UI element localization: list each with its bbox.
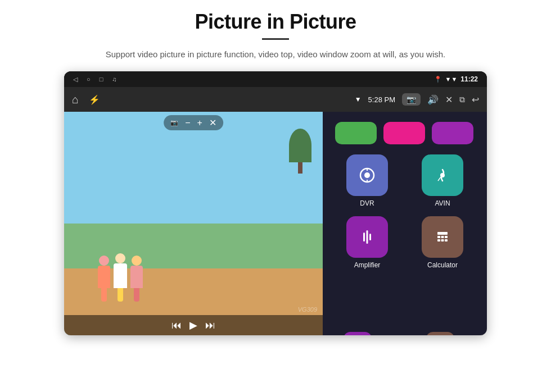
app-item-dvr[interactable]: DVR — [342, 154, 392, 207]
app-row-middle: DVR AVIN — [329, 154, 480, 207]
status-bar-left: ◁ ○ □ ♫ — [73, 76, 117, 83]
svg-rect-12 — [437, 239, 440, 241]
sound-icon[interactable]: 🔊 — [427, 94, 439, 105]
pip-controls: 📷 − + ✕ — [164, 115, 223, 130]
pip-camera-icon: 📷 — [170, 119, 178, 126]
toolbar-time: 5:28 PM — [368, 95, 395, 104]
video-scene — [64, 112, 323, 335]
pip-icon[interactable]: ⧉ — [459, 95, 465, 104]
app-icon-netflix-partial[interactable] — [335, 122, 377, 144]
svg-rect-8 — [437, 232, 448, 235]
main-content: 📷 − + ✕ ⏮ ▶ ⏭ VG309 — [64, 112, 487, 335]
music-icon[interactable]: ♫ — [112, 76, 116, 83]
toolbar-right: ▼ 5:28 PM 📷 🔊 ✕ ⧉ ↩ — [355, 93, 479, 106]
page-subtitle: Support video picture in picture functio… — [106, 48, 445, 61]
amplifier-label: Amplifier — [354, 261, 381, 269]
recents-icon[interactable]: □ — [100, 76, 103, 83]
svg-rect-9 — [437, 236, 440, 238]
title-divider — [262, 38, 289, 40]
page-title: Picture in Picture — [195, 10, 356, 34]
app-grid-area: DVR AVIN — [323, 112, 487, 335]
svg-rect-13 — [441, 239, 444, 241]
dvr-app-icon[interactable] — [346, 154, 388, 196]
location-icon: 📍 — [434, 76, 442, 83]
svg-point-1 — [364, 172, 370, 178]
wifi-status-icon: ▼▼ — [445, 76, 458, 83]
svg-rect-14 — [445, 239, 448, 241]
device-frame: ◁ ○ □ ♫ 📍 ▼▼ 11:22 ⌂ ⚡ ▼ 5:28 PM 📷 🔊 — [64, 71, 487, 335]
play-button[interactable]: ▶ — [189, 319, 197, 331]
amplifier-footer-icon[interactable] — [344, 332, 372, 335]
back-arrow-icon[interactable]: ↩ — [472, 94, 479, 105]
app-item-avin[interactable]: AVIN — [417, 154, 468, 207]
app-row-bottom: Amplifier — [329, 216, 480, 269]
status-time: 11:22 — [460, 75, 478, 83]
svg-rect-7 — [369, 234, 371, 240]
prev-button[interactable]: ⏮ — [171, 320, 182, 331]
calculator-label: Calculator — [427, 261, 458, 269]
app-icon-wheelkey-partial[interactable] — [432, 122, 473, 144]
close-icon[interactable]: ✕ — [445, 94, 453, 105]
back-icon[interactable]: ◁ — [73, 76, 78, 83]
video-area[interactable]: 📷 − + ✕ ⏮ ▶ ⏭ VG309 — [64, 112, 323, 335]
usb-icon[interactable]: ⚡ — [89, 94, 100, 105]
wifi-icon: ▼ — [355, 95, 362, 103]
watermark: VG309 — [298, 306, 317, 313]
dvr-label: DVR — [360, 199, 374, 207]
avin-app-icon[interactable] — [422, 154, 463, 196]
app-icon-sirius-partial[interactable] — [383, 122, 425, 144]
svg-rect-5 — [363, 233, 365, 241]
footer-amplifier[interactable]: Amplifier — [327, 332, 389, 335]
calculator-footer-icon[interactable]: 🧮 — [426, 332, 454, 335]
next-button[interactable]: ⏭ — [205, 320, 215, 331]
camera-button[interactable]: 📷 — [402, 93, 421, 106]
footer-calculator[interactable]: 🧮 Calculator — [409, 332, 471, 335]
home-icon[interactable]: ○ — [87, 76, 91, 83]
svg-rect-6 — [367, 230, 368, 244]
toolbar: ⌂ ⚡ ▼ 5:28 PM 📷 🔊 ✕ ⧉ ↩ — [64, 87, 487, 112]
top-apps-row — [329, 117, 480, 149]
app-item-amplifier[interactable]: Amplifier — [342, 216, 392, 269]
pip-close-button[interactable]: ✕ — [209, 117, 216, 128]
pip-minus-button[interactable]: − — [185, 118, 190, 128]
pip-plus-button[interactable]: + — [197, 118, 202, 128]
svg-rect-11 — [445, 236, 448, 238]
amplifier-app-icon[interactable] — [346, 216, 388, 258]
video-playback: ⏮ ▶ ⏭ — [64, 315, 323, 335]
app-item-calculator[interactable]: Calculator — [417, 216, 468, 269]
video-overlay: 📷 − + ✕ ⏮ ▶ ⏭ VG309 — [64, 112, 323, 335]
status-bar-right: 📍 ▼▼ 11:22 — [434, 75, 478, 83]
toolbar-left: ⌂ ⚡ — [72, 93, 100, 106]
calculator-app-icon[interactable] — [422, 216, 463, 258]
svg-rect-10 — [441, 236, 444, 238]
status-bar: ◁ ○ □ ♫ 📍 ▼▼ 11:22 — [64, 71, 487, 87]
home-button[interactable]: ⌂ — [72, 93, 79, 106]
avin-label: AVIN — [435, 199, 450, 207]
